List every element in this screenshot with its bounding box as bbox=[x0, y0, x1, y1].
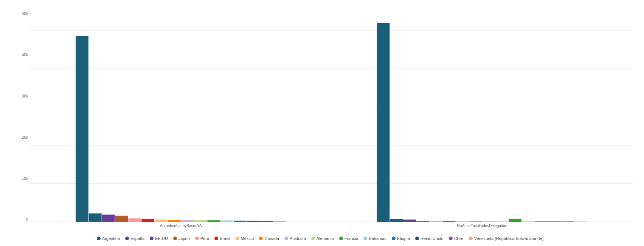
legend-item: Chile bbox=[449, 236, 464, 241]
y-tick: 50k bbox=[22, 11, 28, 16]
legend-color bbox=[97, 237, 101, 240]
legend: ArgentinaEspañaEE.UUJapónPerúBrasilMéxic… bbox=[8, 233, 633, 242]
y-axis-label bbox=[8, 11, 15, 233]
legend-item: España bbox=[125, 236, 144, 241]
legend-item: Etiopía bbox=[392, 236, 410, 241]
legend-item: Francia bbox=[339, 236, 358, 241]
y-tick: 30k bbox=[22, 94, 28, 98]
bar[interactable] bbox=[377, 23, 390, 222]
legend-color bbox=[339, 237, 343, 240]
legend-label: Japón bbox=[178, 236, 190, 241]
y-axis: 50k40k30k20k10k0 bbox=[15, 11, 30, 233]
legend-color bbox=[236, 237, 239, 240]
legend-color bbox=[195, 237, 199, 240]
legend-label: Alemania bbox=[317, 236, 334, 241]
legend-color bbox=[311, 237, 315, 240]
legend-color bbox=[392, 237, 396, 240]
legend-item: Venezuela (República Bolivariana de) bbox=[469, 236, 543, 241]
x-group-label: NoALasFacultadesDelegadas bbox=[457, 224, 507, 228]
legend-label: Venezuela (República Bolivariana de) bbox=[474, 236, 543, 241]
legend-item: Brasil bbox=[214, 236, 230, 241]
legend-color bbox=[125, 237, 129, 240]
legend-color bbox=[415, 237, 419, 240]
legend-item: Reino Unido bbox=[415, 236, 444, 241]
legend-item: Bahamas bbox=[363, 236, 386, 241]
bar[interactable] bbox=[141, 219, 154, 222]
bar[interactable] bbox=[115, 216, 128, 222]
legend-label: Perú bbox=[200, 236, 209, 241]
legend-color bbox=[173, 237, 177, 240]
bar[interactable] bbox=[76, 36, 88, 222]
legend-item: Argentina bbox=[97, 236, 120, 241]
bar[interactable] bbox=[509, 219, 521, 222]
legend-color bbox=[214, 237, 218, 240]
legend-label: España bbox=[130, 236, 144, 241]
legend-label: Reino Unido bbox=[421, 236, 444, 241]
legend-color bbox=[449, 237, 453, 240]
legend-item: EE.UU bbox=[150, 236, 168, 241]
bar[interactable] bbox=[128, 218, 141, 222]
legend-color bbox=[284, 237, 288, 240]
bar[interactable] bbox=[102, 215, 115, 222]
plot-area: ApruebenLaLeyBasesYANoALasFacultadesDele… bbox=[30, 11, 633, 233]
legend-item: Perú bbox=[195, 236, 209, 241]
legend-label: Argentina bbox=[102, 236, 120, 241]
bars-chart bbox=[30, 11, 633, 222]
legend-label: Francia bbox=[345, 236, 358, 241]
x-axis-labels: ApruebenLaLeyBasesYANoALasFacultadesDele… bbox=[30, 222, 633, 233]
legend-label: Etiopía bbox=[397, 236, 410, 241]
chart-area: 50k40k30k20k10k0 ApruebenLaLeyBasesYANoA… bbox=[8, 11, 633, 233]
legend-label: Canadá bbox=[264, 236, 279, 241]
bar[interactable] bbox=[89, 214, 102, 222]
grid-and-bars bbox=[30, 11, 633, 222]
y-tick: 20k bbox=[22, 135, 28, 139]
legend-item: Canadá bbox=[259, 236, 279, 241]
legend-item: Australia bbox=[284, 236, 306, 241]
legend-label: México bbox=[241, 236, 254, 241]
legend-color bbox=[469, 237, 473, 240]
y-tick: 40k bbox=[22, 53, 28, 57]
legend-color bbox=[150, 237, 154, 240]
y-tick: 0 bbox=[26, 217, 28, 222]
x-group-label: ApruebenLaLeyBasesYA bbox=[160, 224, 202, 228]
legend-label: Chile bbox=[454, 236, 464, 241]
bar[interactable] bbox=[390, 219, 403, 222]
legend-label: Brasil bbox=[220, 236, 230, 241]
legend-color bbox=[363, 237, 367, 240]
legend-label: EE.UU bbox=[155, 236, 168, 241]
y-tick: 10k bbox=[22, 176, 28, 181]
legend-color bbox=[259, 237, 263, 240]
legend-label: Australia bbox=[290, 236, 306, 241]
legend-item: México bbox=[236, 236, 254, 241]
legend-item: Alemania bbox=[311, 236, 334, 241]
legend-label: Bahamas bbox=[369, 236, 386, 241]
legend-item: Japón bbox=[173, 236, 190, 241]
chart-container: 50k40k30k20k10k0 ApruebenLaLeyBasesYANoA… bbox=[0, 0, 644, 246]
